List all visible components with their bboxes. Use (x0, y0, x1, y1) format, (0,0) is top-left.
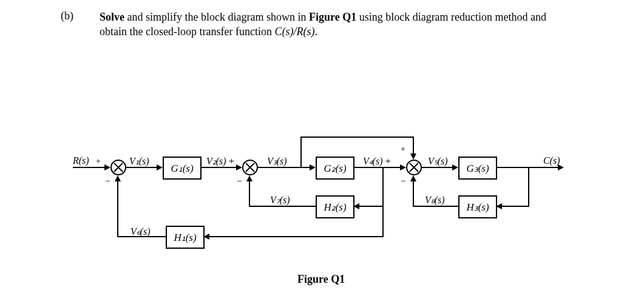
arrow-h3-into-sum3 (410, 175, 416, 181)
sum2-plus: + (229, 156, 234, 166)
wire-h3-up (413, 180, 414, 207)
signal-v4: V₄(s) + (363, 155, 391, 167)
figure-caption: Figure Q1 (297, 273, 345, 286)
block-h1: H₁(s) (166, 226, 205, 249)
sum3-plus-left: + (385, 156, 391, 166)
wire-ff-up (300, 137, 302, 167)
wire-sum2-g2 (257, 167, 311, 168)
arrow-h1-into-sum1 (115, 175, 121, 181)
wire-g1-sum2 (200, 167, 238, 168)
wire-pickoff-v4-down (382, 167, 384, 237)
sum-node-3 (406, 160, 422, 175)
block-g1: G₁(s) (163, 157, 202, 180)
signal-cs: C(s) (543, 155, 560, 166)
signal-v2-text: V₂(s) (206, 156, 226, 166)
sum1-minus: – (106, 176, 110, 186)
sum2-minus: – (237, 176, 242, 186)
block-h3: H₃(s) (458, 195, 497, 218)
question-text-fig: Figure Q1 (309, 11, 356, 23)
arrow-g2-sum3 (400, 164, 406, 170)
arrow-g1-sum2 (236, 164, 242, 170)
question-text-mid1: and simplify the block diagram shown in (124, 11, 309, 23)
arrow-r-to-sum1 (104, 164, 110, 170)
wire-h1-out (118, 236, 166, 237)
wire-ff-across (300, 137, 414, 138)
wire-h3-down (528, 167, 529, 207)
block-h2: H₂(s) (316, 195, 354, 218)
question-text-lead: Solve (100, 11, 124, 23)
sum3-minus: – (401, 176, 405, 186)
arrow-sum2-g2 (310, 164, 316, 170)
wire-h2-out (249, 206, 316, 207)
wire-sum1-g1 (125, 167, 158, 168)
wire-sum3-g3 (421, 167, 454, 168)
arrow-sum3-g3 (452, 164, 458, 170)
sum1-plus: + (96, 157, 101, 166)
block-g2: G₂(s) (316, 157, 354, 180)
arrow-ff-into-sum3 (410, 154, 416, 160)
sum-node-2 (242, 160, 258, 175)
arrow-sum1-g1 (157, 164, 163, 170)
question-text: Solve and simplify the block diagram sho… (100, 10, 567, 39)
wire-ff-down (413, 137, 414, 155)
signal-v5: V₅(s) (428, 155, 448, 167)
wire-h3-out (413, 206, 458, 207)
signal-rs: R(s) (73, 155, 89, 166)
signal-v7: V₇(s) (270, 194, 290, 206)
signal-v4-text: V₄(s) (363, 156, 383, 166)
signal-v2: V₂(s) + (206, 155, 234, 167)
sum3-plus-top: + (401, 144, 405, 154)
signal-v1: V₁(s) (129, 155, 149, 167)
wire-h2-up (249, 180, 250, 207)
signal-v8: V₈(s) (425, 194, 445, 206)
wire-r-to-sum1 (73, 167, 106, 168)
signal-v3: V₃(s) (267, 155, 287, 167)
question-text-end: . (314, 25, 317, 38)
wire-h1-in (203, 236, 384, 237)
sum-node-1 (110, 160, 126, 175)
wire-g2-sum3 (353, 167, 402, 168)
question-label: (b) (61, 10, 73, 22)
question-text-tf: C(s)/R(s) (274, 25, 314, 38)
wire-h1-up (117, 180, 118, 237)
arrow-h2-into-sum2 (246, 175, 253, 181)
block-g3: G₃(s) (458, 157, 497, 180)
